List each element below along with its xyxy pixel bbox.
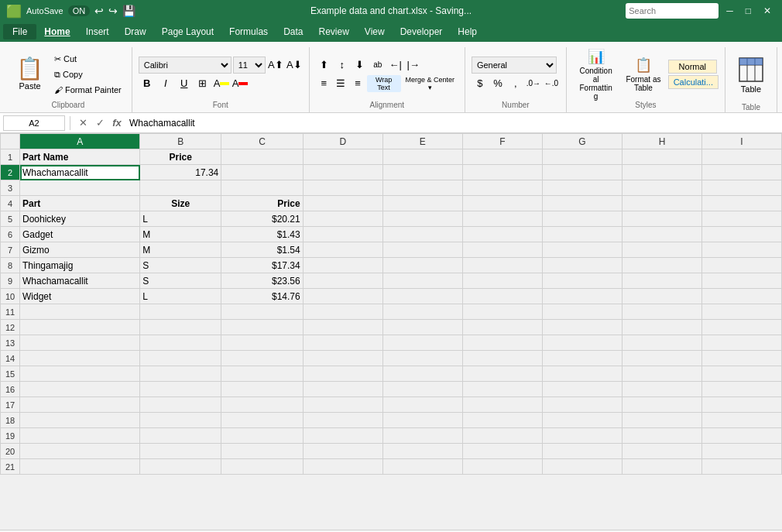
cell[interactable] bbox=[542, 382, 622, 397]
cell[interactable] bbox=[542, 196, 622, 211]
cell[interactable] bbox=[542, 366, 622, 382]
cell[interactable] bbox=[622, 180, 701, 196]
cell[interactable] bbox=[542, 428, 622, 444]
col-header-f[interactable]: F bbox=[462, 134, 542, 149]
cell[interactable] bbox=[303, 304, 382, 320]
cell[interactable] bbox=[303, 211, 382, 227]
cell[interactable] bbox=[542, 227, 622, 242]
cell[interactable] bbox=[702, 149, 782, 165]
calculate-btn[interactable]: Calculati... bbox=[668, 75, 719, 89]
cell[interactable] bbox=[140, 428, 221, 444]
cell[interactable]: S bbox=[140, 258, 221, 273]
cell[interactable]: $1.54 bbox=[221, 242, 303, 258]
cell[interactable] bbox=[221, 397, 303, 413]
percent-btn[interactable]: % bbox=[489, 75, 506, 92]
cell[interactable] bbox=[542, 413, 622, 428]
cell[interactable] bbox=[702, 242, 782, 258]
cell[interactable] bbox=[702, 180, 782, 196]
cell[interactable] bbox=[382, 211, 462, 227]
cell[interactable] bbox=[622, 351, 701, 366]
cell[interactable] bbox=[622, 413, 701, 428]
cell[interactable]: M bbox=[140, 242, 221, 258]
menu-data[interactable]: Data bbox=[276, 24, 310, 39]
align-middle-btn[interactable]: ↕ bbox=[334, 57, 351, 74]
cell[interactable] bbox=[462, 242, 542, 258]
copy-button[interactable]: ⧉ Copy bbox=[50, 67, 125, 82]
menu-formulas[interactable]: Formulas bbox=[221, 24, 276, 39]
cell[interactable] bbox=[702, 335, 782, 351]
cell[interactable] bbox=[622, 444, 701, 459]
decrease-decimal-btn[interactable]: ←.0 bbox=[543, 75, 560, 92]
cell[interactable] bbox=[303, 227, 382, 242]
cell[interactable] bbox=[382, 165, 462, 180]
cell[interactable] bbox=[622, 227, 701, 242]
cell[interactable] bbox=[622, 273, 701, 289]
cell[interactable] bbox=[622, 304, 701, 320]
cell[interactable]: $1.43 bbox=[221, 227, 303, 242]
col-header-b[interactable]: B bbox=[140, 134, 221, 149]
cell[interactable]: $20.21 bbox=[221, 211, 303, 227]
formula-input[interactable] bbox=[126, 118, 779, 129]
cell[interactable] bbox=[221, 149, 303, 165]
font-name-select[interactable]: Calibri bbox=[139, 57, 232, 74]
name-box[interactable] bbox=[3, 115, 65, 131]
cell[interactable] bbox=[542, 304, 622, 320]
cell[interactable] bbox=[303, 413, 382, 428]
cell[interactable] bbox=[303, 180, 382, 196]
row-header-9[interactable]: 9 bbox=[1, 273, 20, 289]
cell[interactable] bbox=[20, 320, 140, 335]
row-header-13[interactable]: 13 bbox=[1, 335, 20, 351]
cell[interactable] bbox=[462, 289, 542, 304]
cell[interactable] bbox=[303, 366, 382, 382]
cell[interactable] bbox=[542, 351, 622, 366]
cell[interactable] bbox=[382, 258, 462, 273]
cell[interactable] bbox=[542, 273, 622, 289]
cell[interactable] bbox=[303, 258, 382, 273]
cell[interactable] bbox=[303, 165, 382, 180]
close-btn[interactable]: ✕ bbox=[759, 4, 776, 18]
row-header-11[interactable]: 11 bbox=[1, 304, 20, 320]
cell[interactable] bbox=[462, 258, 542, 273]
cell[interactable] bbox=[462, 196, 542, 211]
italic-button[interactable]: I bbox=[157, 75, 174, 92]
redo-icon[interactable]: ↪ bbox=[108, 5, 118, 17]
cut-button[interactable]: ✂ Cut bbox=[50, 52, 125, 67]
cell[interactable] bbox=[462, 273, 542, 289]
cell[interactable] bbox=[702, 459, 782, 475]
cell[interactable] bbox=[462, 382, 542, 397]
menu-help[interactable]: Help bbox=[450, 24, 485, 39]
row-header-20[interactable]: 20 bbox=[1, 444, 20, 459]
cell[interactable] bbox=[462, 304, 542, 320]
cell[interactable] bbox=[303, 273, 382, 289]
cell[interactable] bbox=[382, 289, 462, 304]
menu-draw[interactable]: Draw bbox=[117, 24, 154, 39]
cell[interactable] bbox=[702, 165, 782, 180]
cell[interactable] bbox=[542, 459, 622, 475]
cell[interactable] bbox=[702, 258, 782, 273]
cell[interactable] bbox=[382, 320, 462, 335]
menu-view[interactable]: View bbox=[357, 24, 393, 39]
maximize-btn[interactable]: □ bbox=[741, 4, 756, 18]
format-painter-button[interactable]: 🖌 Format Painter bbox=[50, 83, 125, 97]
cell[interactable] bbox=[221, 304, 303, 320]
row-header-7[interactable]: 7 bbox=[1, 242, 20, 258]
align-right-btn[interactable]: ≡ bbox=[350, 75, 366, 92]
cell[interactable] bbox=[702, 227, 782, 242]
cell[interactable] bbox=[221, 180, 303, 196]
cell[interactable] bbox=[382, 149, 462, 165]
cell[interactable] bbox=[303, 149, 382, 165]
cell[interactable] bbox=[462, 227, 542, 242]
col-header-h[interactable]: H bbox=[622, 134, 701, 149]
cell[interactable]: Gizmo bbox=[20, 242, 140, 258]
cell[interactable] bbox=[303, 196, 382, 211]
row-header-14[interactable]: 14 bbox=[1, 351, 20, 366]
col-header-g[interactable]: G bbox=[542, 134, 622, 149]
cell[interactable] bbox=[462, 335, 542, 351]
cell[interactable] bbox=[542, 444, 622, 459]
cell[interactable] bbox=[140, 413, 221, 428]
cell[interactable] bbox=[702, 320, 782, 335]
border-button[interactable]: ⊞ bbox=[194, 75, 211, 92]
format-as-table-btn[interactable]: 📋 Format as Table bbox=[620, 52, 666, 97]
row-header-5[interactable]: 5 bbox=[1, 211, 20, 227]
increase-decimal-btn[interactable]: .0→ bbox=[525, 75, 542, 92]
